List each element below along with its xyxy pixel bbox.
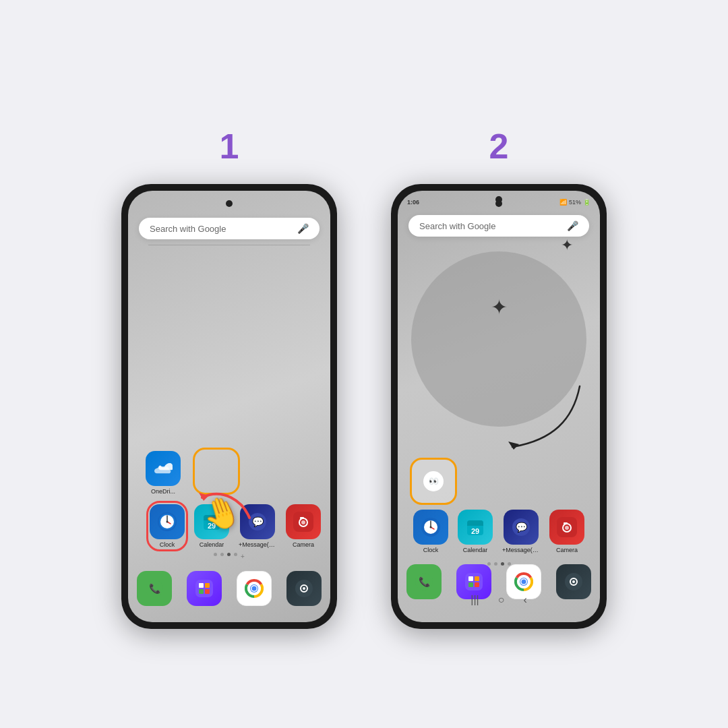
phone-1: Search with Google 🎤	[121, 184, 337, 629]
chrome-icon-1	[237, 571, 272, 606]
nav-back[interactable]: ‹	[523, 594, 526, 606]
onedrive-icon	[146, 451, 181, 486]
svg-point-14	[301, 520, 305, 524]
nav-bar-2: ||| ○ ‹	[398, 594, 600, 606]
camera-dot-2	[495, 200, 502, 207]
svg-rect-39	[467, 524, 483, 526]
calendar-icon-2: 29	[458, 510, 493, 545]
search-text-2: Search with Google	[419, 221, 495, 231]
phone-2-screen: 1:06 📶 51% 🔋 Search with Google 🎤 ✦	[398, 191, 600, 622]
orange-box-area-2: 👀	[410, 458, 457, 505]
svg-rect-50	[468, 576, 473, 581]
screen-content-1: OneDri...	[128, 245, 330, 615]
clock-icon-area: Clock	[150, 504, 185, 548]
camera-label-2: Camera	[556, 547, 578, 553]
app-onedrive[interactable]: OneDri...	[146, 451, 181, 495]
svg-rect-20	[205, 583, 210, 588]
phone-2: 1:06 📶 51% 🔋 Search with Google 🎤 ✦	[391, 184, 607, 629]
app-clock-2[interactable]: Clock	[413, 510, 448, 553]
svg-text:💬: 💬	[516, 522, 528, 533]
black-arrow	[499, 380, 586, 460]
svg-rect-51	[475, 576, 479, 581]
step-1: 1 Search with Google 🎤	[121, 126, 337, 629]
app-calendar-2[interactable]: 29 Calendar	[458, 510, 493, 553]
status-icons: 📶 51% 🔋	[559, 199, 590, 206]
search-text-1: Search with Google	[150, 224, 226, 234]
settings-icon-1	[286, 571, 322, 606]
mic-icon-1: 🎤	[297, 223, 309, 234]
svg-rect-53	[475, 582, 479, 587]
app-row-2: Clock 29	[398, 510, 600, 553]
svg-marker-31	[508, 442, 519, 450]
svg-rect-19	[199, 583, 204, 588]
svg-rect-46	[564, 522, 568, 524]
step-1-number: 1	[220, 126, 239, 166]
svg-point-60	[572, 580, 575, 583]
clock-label-1: Clock	[160, 541, 175, 548]
samsung-icon-1	[187, 571, 222, 606]
orange-box-2: 👀	[410, 458, 457, 505]
svg-rect-52	[468, 582, 473, 587]
svg-rect-49	[465, 573, 483, 590]
phone-icon-1: 📞	[137, 571, 172, 606]
search-bar-2[interactable]: Search with Google 🎤	[408, 215, 589, 237]
widget-face: 👀	[423, 471, 444, 491]
svg-text:📞: 📞	[419, 576, 431, 588]
clock-icon-2	[413, 510, 448, 545]
svg-rect-21	[199, 589, 204, 594]
app-clock-1[interactable]: Clock	[150, 504, 185, 548]
step-2-number: 2	[489, 126, 509, 166]
app-camera-1[interactable]: Camera	[286, 504, 321, 548]
calendar-label-2: Calendar	[463, 547, 488, 553]
svg-point-57	[522, 580, 526, 584]
camera-icon-2	[549, 510, 584, 545]
calendar-label-1: Calendar	[200, 541, 224, 548]
app-camera-2[interactable]: Camera	[549, 510, 584, 553]
onedrive-label: OneDri...	[151, 488, 175, 495]
svg-point-5	[166, 521, 169, 523]
camera-dot-1	[226, 200, 233, 207]
svg-point-29	[303, 587, 305, 590]
dock-settings-1[interactable]	[286, 571, 322, 606]
message-label-1: +Message(SM...	[239, 541, 276, 548]
nav-lines[interactable]: |||	[471, 594, 479, 606]
dock-1: 📞	[128, 571, 330, 606]
search-bar-1[interactable]: Search with Google 🎤	[139, 218, 320, 239]
clock-icon	[150, 504, 185, 539]
message-label-2: +Message(SM...	[502, 547, 540, 553]
svg-rect-22	[205, 589, 210, 594]
svg-text:📞: 📞	[149, 583, 161, 595]
dock-samsung-1[interactable]	[187, 571, 222, 606]
nav-home[interactable]: ○	[498, 594, 505, 606]
tutorial-container: 1 Search with Google 🎤	[121, 99, 607, 629]
phone-1-screen: Search with Google 🎤	[128, 191, 330, 622]
time-display: 1:06	[407, 199, 419, 206]
camera-icon-1	[286, 504, 321, 539]
app-message-2[interactable]: 💬 +Message(SM...	[502, 510, 540, 553]
svg-point-26	[252, 586, 257, 591]
svg-point-45	[565, 526, 569, 530]
page-dots-1: +	[128, 553, 330, 560]
message-icon-2: 💬	[504, 510, 539, 545]
dock-chrome-1[interactable]	[237, 571, 272, 606]
camera-label-1: Camera	[293, 541, 314, 548]
dock-phone-1[interactable]: 📞	[137, 571, 172, 606]
svg-point-36	[430, 526, 432, 528]
svg-text:29: 29	[471, 527, 479, 535]
svg-rect-18	[195, 580, 213, 597]
step-2: 2 1:06 📶 51% 🔋 Search with Google	[391, 126, 607, 629]
clock-label-2: Clock	[423, 547, 439, 553]
svg-rect-15	[300, 517, 304, 519]
mic-icon-2: 🎤	[567, 220, 578, 231]
